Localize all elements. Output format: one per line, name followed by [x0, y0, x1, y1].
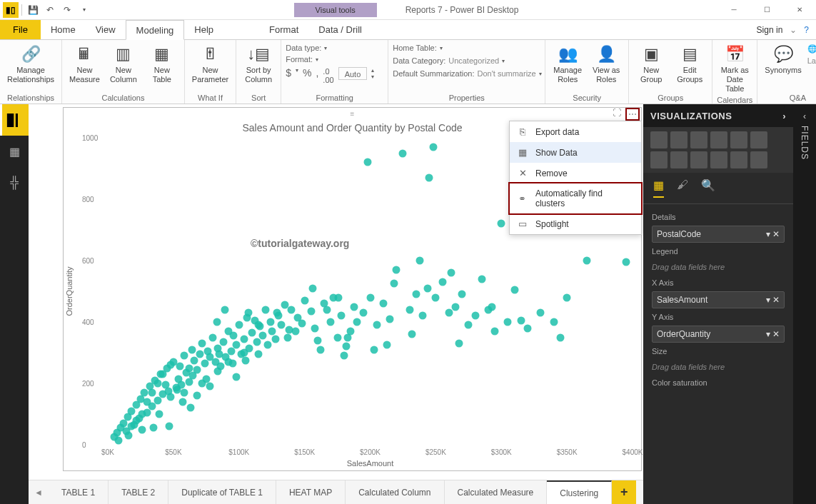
- data-point[interactable]: [288, 306, 296, 313]
- data-point[interactable]: [150, 424, 158, 432]
- data-point[interactable]: [235, 321, 243, 329]
- page-tab[interactable]: TABLE 2: [109, 480, 168, 504]
- ctx-remove[interactable]: ✕Remove: [510, 163, 641, 183]
- page-tab[interactable]: Calculated Column: [346, 480, 444, 504]
- menu-format[interactable]: Format: [259, 20, 308, 39]
- data-point[interactable]: [335, 293, 343, 301]
- data-point[interactable]: [448, 269, 455, 277]
- details-field-pill[interactable]: PostalCode▾ ✕: [652, 226, 785, 243]
- data-point[interactable]: [241, 349, 248, 357]
- data-point[interactable]: [344, 333, 352, 341]
- data-point[interactable]: [167, 393, 175, 401]
- sign-in-link[interactable]: Sign in: [757, 25, 783, 35]
- data-point[interactable]: [258, 332, 266, 340]
- yaxis-field-pill[interactable]: OrderQuantity▾ ✕: [652, 326, 785, 343]
- data-point[interactable]: [390, 280, 398, 288]
- data-point[interactable]: [399, 149, 407, 157]
- data-point[interactable]: [143, 398, 151, 405]
- data-point[interactable]: [465, 321, 473, 329]
- new-column-button[interactable]: ▥New Column: [106, 41, 141, 86]
- data-point[interactable]: [167, 361, 175, 369]
- data-point[interactable]: [138, 410, 146, 418]
- data-point[interactable]: [148, 388, 156, 396]
- viz-type-icon[interactable]: [690, 151, 707, 168]
- data-point[interactable]: [366, 293, 374, 301]
- data-point[interactable]: [510, 286, 518, 293]
- redo-icon[interactable]: ↷: [59, 2, 75, 18]
- data-point[interactable]: [219, 338, 227, 346]
- data-point[interactable]: [196, 351, 203, 358]
- data-point[interactable]: [379, 300, 387, 308]
- format-label[interactable]: Format:: [286, 55, 313, 64]
- data-point[interactable]: [193, 366, 201, 373]
- data-point[interactable]: [176, 363, 184, 371]
- scatter-chart-visual[interactable]: ≡ ⛶ ⋯ ⎘Export data ▦Show Data ✕Remove ⚭A…: [63, 107, 642, 471]
- data-point[interactable]: [424, 284, 432, 292]
- data-point[interactable]: [333, 333, 341, 341]
- data-point[interactable]: [622, 258, 630, 266]
- add-page-button[interactable]: +: [612, 480, 636, 504]
- ctx-find-clusters[interactable]: ⚭Automatically find clusters: [508, 182, 643, 215]
- language-button[interactable]: 🌐A La: [807, 44, 816, 55]
- data-point[interactable]: [360, 309, 368, 317]
- data-point[interactable]: [471, 312, 479, 320]
- data-point[interactable]: [583, 257, 590, 265]
- data-point[interactable]: [412, 291, 420, 298]
- data-point[interactable]: [277, 321, 285, 329]
- data-point[interactable]: [268, 327, 276, 335]
- focus-mode-icon[interactable]: ⛶: [613, 108, 621, 121]
- decimal-format-button[interactable]: .0.00: [323, 67, 333, 84]
- comma-format-button[interactable]: ,: [316, 67, 318, 84]
- data-point[interactable]: [314, 336, 322, 344]
- data-point[interactable]: [498, 220, 505, 228]
- qat-dropdown-icon[interactable]: ▾: [76, 2, 92, 18]
- report-canvas[interactable]: ≡ ⛶ ⋯ ⎘Export data ▦Show Data ✕Remove ⚭A…: [29, 104, 643, 504]
- page-tab[interactable]: Duplicate of TABLE 1: [168, 480, 276, 504]
- data-point[interactable]: [255, 321, 263, 329]
- scroll-left-button[interactable]: ◄: [29, 488, 49, 498]
- viz-type-icon[interactable]: [650, 151, 668, 168]
- model-view-button[interactable]: ╬: [0, 167, 29, 198]
- data-point[interactable]: [221, 306, 228, 313]
- data-point[interactable]: [301, 296, 308, 304]
- collapse-icon[interactable]: ›: [782, 111, 786, 121]
- menu-view[interactable]: View: [86, 20, 126, 39]
- data-point[interactable]: [338, 312, 346, 320]
- data-point[interactable]: [155, 410, 163, 418]
- data-point[interactable]: [556, 333, 564, 341]
- data-point[interactable]: [261, 306, 269, 313]
- data-point[interactable]: [178, 398, 186, 405]
- menu-data-drill[interactable]: Data / Drill: [308, 20, 372, 39]
- data-point[interactable]: [432, 293, 440, 301]
- viz-type-icon[interactable]: [670, 151, 687, 168]
- edit-groups-button[interactable]: ▤Edit Groups: [672, 41, 707, 86]
- data-point[interactable]: [563, 293, 571, 301]
- data-point[interactable]: [343, 343, 351, 351]
- data-point[interactable]: [488, 303, 496, 311]
- currency-format-button[interactable]: $: [286, 67, 291, 84]
- data-point[interactable]: [198, 340, 206, 348]
- data-point[interactable]: [323, 306, 331, 313]
- page-tab[interactable]: HEAT MAP: [276, 480, 346, 504]
- data-point[interactable]: [383, 341, 391, 349]
- manage-relationships-button[interactable]: 🔗Manage Relationships: [4, 41, 57, 86]
- datatype-label[interactable]: Data type:: [286, 44, 321, 52]
- data-point[interactable]: [214, 367, 222, 375]
- menu-home[interactable]: Home: [41, 20, 86, 39]
- visualization-gallery[interactable]: [643, 127, 793, 173]
- data-point[interactable]: [233, 373, 241, 381]
- undo-icon[interactable]: ↶: [42, 2, 58, 18]
- viz-type-icon[interactable]: [750, 131, 767, 148]
- menu-modeling[interactable]: Modeling: [126, 20, 185, 40]
- data-point[interactable]: [266, 318, 274, 326]
- data-point[interactable]: [291, 327, 299, 335]
- data-point[interactable]: [264, 341, 272, 349]
- data-point[interactable]: [233, 341, 241, 349]
- data-point[interactable]: [455, 340, 463, 348]
- help-icon[interactable]: ?: [804, 25, 809, 35]
- synonyms-button[interactable]: 💬Synonyms: [762, 41, 804, 76]
- size-drop-zone[interactable]: Drag data fields here: [652, 360, 785, 374]
- fields-pane-collapsed[interactable]: ‹ FIELDS: [793, 104, 816, 504]
- data-point[interactable]: [283, 333, 291, 341]
- data-point[interactable]: [213, 318, 221, 326]
